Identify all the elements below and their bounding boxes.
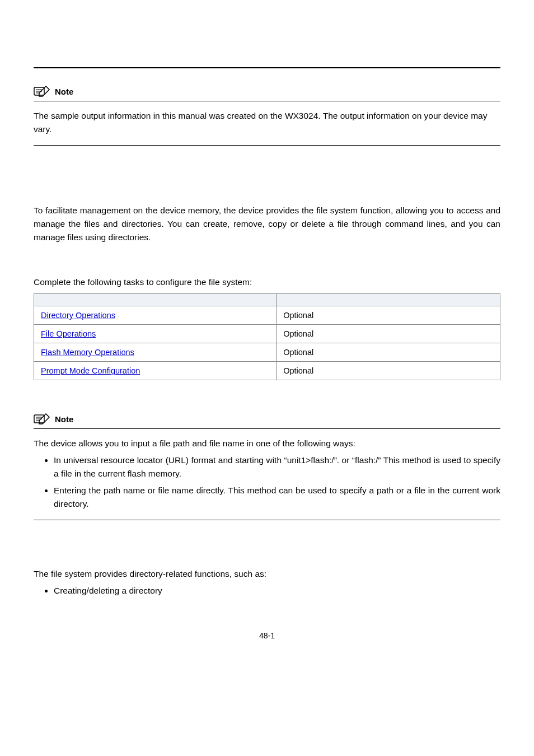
directory-list: Creating/deleting a directory: [34, 584, 500, 598]
list-item: Entering the path name or file name dire…: [54, 484, 500, 511]
top-rule: [34, 67, 500, 68]
tasks-table: Directory Operations Optional File Opera…: [34, 293, 500, 380]
note-separator: [34, 428, 500, 429]
note-label: Note: [55, 414, 73, 425]
tasks-intro: Complete the following tasks to configur…: [34, 276, 500, 289]
link-flash-memory-operations[interactable]: Flash Memory Operations: [41, 348, 134, 357]
note-label: Note: [55, 87, 73, 97]
cell-remarks: Optional: [277, 362, 500, 380]
list-item: In universal resource locator (URL) form…: [54, 454, 500, 480]
link-file-operations[interactable]: File Operations: [41, 329, 96, 338]
note-header: Note: [34, 85, 500, 97]
cell-remarks: Optional: [277, 343, 500, 362]
page-number: 48-1: [34, 631, 500, 640]
table-header-row: [34, 294, 500, 306]
note-list: In universal resource locator (URL) form…: [34, 454, 500, 511]
table-header-remarks: [277, 294, 500, 306]
table-row: Directory Operations Optional: [34, 306, 500, 325]
note-header: Note: [34, 413, 500, 425]
directory-intro: The file system provides directory-relat…: [34, 567, 500, 581]
link-directory-operations[interactable]: Directory Operations: [41, 311, 115, 320]
note-block-2: Note The device allows you to input a fi…: [34, 413, 500, 520]
cell-remarks: Optional: [277, 306, 500, 325]
list-item: Creating/deleting a directory: [54, 584, 500, 598]
table-row: Prompt Mode Configuration Optional: [34, 362, 500, 380]
link-prompt-mode-configuration[interactable]: Prompt Mode Configuration: [41, 366, 140, 375]
note-pencil-icon: [34, 413, 50, 425]
cell-remarks: Optional: [277, 325, 500, 343]
table-row: File Operations Optional: [34, 325, 500, 343]
note-lead: The device allows you to input a file pa…: [34, 437, 500, 450]
page: Note The sample output information in th…: [0, 0, 534, 662]
intro-paragraph: To facilitate management on the device m…: [34, 204, 500, 244]
table-row: Flash Memory Operations Optional: [34, 343, 500, 362]
note-pencil-icon: [34, 85, 50, 97]
table-header-task: [34, 294, 277, 306]
note-text: The sample output information in this ma…: [34, 109, 500, 136]
note-separator: [34, 101, 500, 101]
note-block-1: Note The sample output information in th…: [34, 85, 500, 146]
